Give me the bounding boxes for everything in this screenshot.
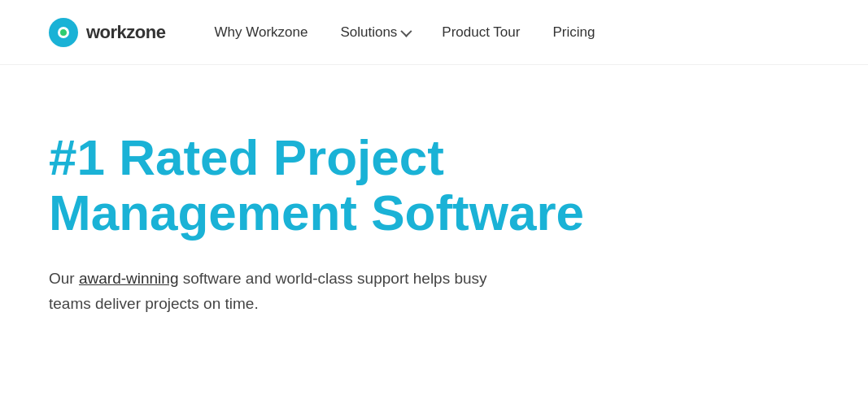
nav-solutions[interactable]: Solutions [340, 24, 409, 41]
logo-link[interactable]: workzone [49, 18, 165, 47]
hero-heading: #1 Rated Project Management Software [49, 130, 618, 241]
hero-heading-bold: #1 Rated [49, 129, 259, 185]
site-header: workzone Why Workzone Solutions Product … [0, 0, 868, 65]
logo-icon-inner [58, 27, 69, 38]
nav-product-tour[interactable]: Product Tour [442, 24, 520, 41]
solutions-chevron-icon [401, 25, 412, 37]
main-content: #1 Rated Project Management Software Our… [0, 65, 868, 365]
nav-why-workzone[interactable]: Why Workzone [214, 24, 308, 41]
award-winning-link[interactable]: award-winning [79, 270, 179, 287]
logo-text: workzone [86, 22, 165, 43]
hero-subtext-before-link: Our [49, 270, 79, 287]
main-nav: Why Workzone Solutions Product Tour Pric… [214, 24, 595, 41]
logo-icon [49, 18, 78, 47]
nav-pricing[interactable]: Pricing [552, 24, 595, 41]
hero-subtext: Our award-winning software and world-cla… [49, 267, 521, 316]
